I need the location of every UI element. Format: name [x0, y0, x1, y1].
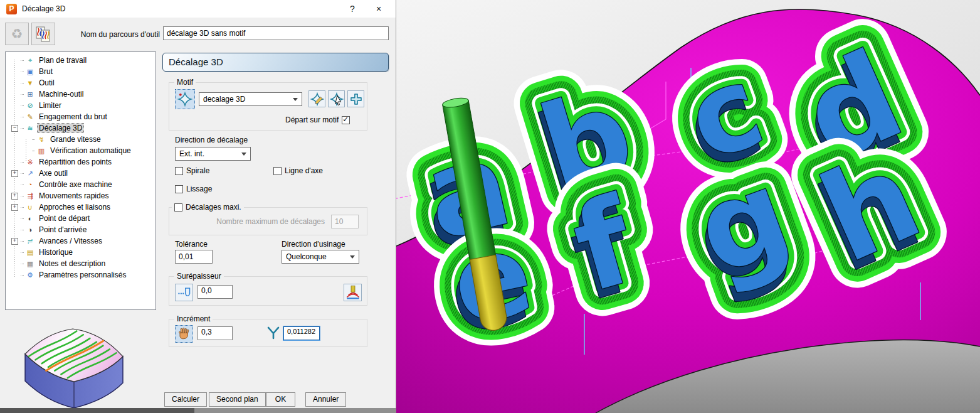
tree-connector [21, 185, 24, 185]
dialog-titlebar[interactable]: P Décalage 3D ? × [0, 0, 396, 18]
spirale-checkbox[interactable] [175, 167, 183, 175]
tree-item-label: Limiter [38, 101, 63, 110]
max-offsets-checkbox[interactable] [174, 203, 182, 212]
tree-item-param-tres-personnalis-s[interactable]: ⚙Paramètres personnalisés [6, 269, 155, 281]
pattern-create-icon [349, 92, 363, 106]
recycle-icon: ♻ [11, 26, 23, 41]
tree-connector [21, 252, 24, 253]
machining-direction-dropdown[interactable]: Quelconque [282, 250, 359, 264]
pick-pattern-button[interactable] [328, 90, 345, 107]
thickness-arcs-icon [345, 285, 361, 300]
tree-item-avances-vitesses[interactable]: +≓Avances / Vitesses [6, 235, 155, 247]
tree-item-approches-et-liaisons[interactable]: +∪Approches et liaisons [6, 201, 155, 213]
tree-connector [21, 196, 24, 196]
close-button[interactable]: × [368, 4, 389, 14]
lissage-option[interactable]: Lissage [175, 185, 212, 193]
tolerance-label: Tolérance [175, 240, 208, 249]
ligne-axe-option[interactable]: Ligne d'axe [273, 166, 323, 175]
screen: aaaaaaabbbbbbbcccccccdddddddeeeeeeefffff… [0, 0, 980, 413]
tree-item-limiter[interactable]: ⊘Limiter [6, 100, 155, 111]
calculate-button[interactable]: Calculer [164, 392, 207, 407]
tree-item-label: Historique [38, 248, 74, 257]
recycle-toolpath-button: ♻ [5, 23, 29, 45]
tree-expander[interactable]: + [11, 170, 18, 177]
tree-expander[interactable]: + [11, 238, 18, 245]
thickness-group-label: Surépaisseur [174, 272, 224, 281]
tree-item-machine-outil[interactable]: ⊞Machine-outil [6, 88, 155, 100]
strategy-picker-button[interactable] [31, 23, 55, 45]
lissage-checkbox[interactable] [175, 185, 183, 193]
ok-button[interactable]: OK [266, 392, 295, 407]
viewport-3d[interactable]: aaaaaaabbbbbbbcccccccdddddddeeeeeeefffff… [396, 0, 980, 413]
chevron-down-icon [293, 98, 298, 101]
stepover-input[interactable]: 0,3 [198, 326, 233, 340]
limit-icon: ⊘ [25, 102, 35, 110]
tree-expander[interactable]: − [11, 125, 18, 132]
thickness-input[interactable]: 0,0 [198, 285, 233, 299]
machining-direction-value: Quelconque [286, 252, 327, 261]
rapid-moves-icon: ⇶ [25, 192, 35, 200]
tree-item-r-partition-des-points[interactable]: ※Répartition des points [6, 156, 155, 168]
tree-connector [32, 151, 35, 151]
pattern-toggle-button[interactable] [175, 89, 195, 109]
tree-item-notes-et-description[interactable]: ▦Notes et description [6, 258, 155, 269]
tree-item-grande-vitesse[interactable]: ↯Grande vitesse [6, 134, 155, 145]
chevron-down-icon [241, 153, 246, 156]
edit-pattern-button[interactable] [308, 90, 325, 107]
thickness-mode-button[interactable] [175, 284, 193, 301]
tree-item-point-d-arriv-e[interactable]: ◑Point d'arrivée [6, 224, 155, 235]
tree-item-label: Notes et description [38, 259, 107, 268]
tree-item-plan-de-travail[interactable]: ⌖Plan de travail [6, 55, 155, 66]
tree-item-v-rification-automatique[interactable]: ▥Vérification automatique [6, 145, 155, 156]
tree-connector [21, 275, 24, 276]
tree-connector [21, 264, 24, 264]
dialog-title: Décalage 3D [22, 4, 337, 13]
tree-item-brut[interactable]: ▣Brut [6, 66, 155, 77]
tree-connector [21, 105, 24, 106]
toolpath-name-input[interactable] [163, 26, 389, 40]
tree-expander[interactable]: + [11, 204, 18, 211]
manual-stepover-button[interactable] [175, 325, 193, 343]
ligne-axe-checkbox[interactable] [273, 167, 282, 175]
tree-item-outil[interactable]: ▼Outil [6, 77, 155, 88]
max-offsets-count-label: Nombre maximum de décalages [188, 217, 325, 226]
tree-connector [21, 60, 24, 61]
start-on-pattern-checkbox[interactable] [342, 116, 350, 124]
tree-item-axe-outil[interactable]: +↗Axe outil [6, 168, 155, 179]
pattern-icon [177, 92, 192, 107]
help-button[interactable]: ? [342, 4, 363, 14]
tree-item-d-calage-3d[interactable]: −≋Décalage 3D [6, 122, 155, 134]
statusbar-dark-segment [0, 408, 194, 413]
tree-connector [21, 218, 24, 219]
history-icon: ▤ [25, 249, 35, 257]
tree-item-label: Outil [38, 78, 56, 87]
toolpath-settings-tree[interactable]: ⌖Plan de travail▣Brut▼Outil⊞Machine-outi… [5, 51, 156, 310]
tree-item-mouvements-rapides[interactable]: +⇶Mouvements rapides [6, 190, 155, 201]
decalage-3d-dialog: P Décalage 3D ? × ♻ Nom du parcours d'ou… [0, 0, 396, 408]
offset-direction-dropdown[interactable]: Ext. int. [175, 147, 251, 161]
tolerance-input[interactable] [175, 250, 213, 264]
tree-item-point-de-d-part[interactable]: ◐Point de départ [6, 213, 155, 224]
create-pattern-button[interactable] [347, 90, 364, 107]
pattern-pick-icon [330, 92, 344, 106]
tree-item-engagement-du-brut[interactable]: ✎Engagement du brut [6, 111, 155, 122]
max-offsets-count-input [331, 215, 359, 228]
thickness-detail-button[interactable] [344, 284, 362, 301]
cusp-height-input[interactable]: 0,011282 [283, 326, 320, 340]
cancel-button[interactable]: Annuler [305, 392, 346, 407]
tree-expander[interactable]: + [11, 193, 18, 200]
background-button[interactable]: Second plan [209, 392, 266, 407]
start-on-pattern-option[interactable]: Départ sur motif [285, 115, 350, 124]
tree-connector [21, 162, 24, 163]
tree-item-historique[interactable]: ▤Historique [6, 247, 155, 258]
tree-item-label: Paramètres personnalisés [38, 271, 127, 279]
start-on-pattern-label: Départ sur motif [285, 115, 339, 124]
tree-item-label: Avances / Vitesses [38, 237, 103, 245]
spirale-option[interactable]: Spirale [175, 166, 209, 175]
tree-item-contr-le-axe-machine[interactable]: ◔Contrôle axe machine [6, 179, 155, 190]
spirale-label: Spirale [186, 166, 209, 175]
high-speed-icon: ↯ [36, 136, 46, 144]
pattern-dropdown[interactable]: decalage 3D [199, 92, 302, 106]
lissage-label: Lissage [186, 185, 212, 193]
tree-connector [32, 139, 35, 140]
